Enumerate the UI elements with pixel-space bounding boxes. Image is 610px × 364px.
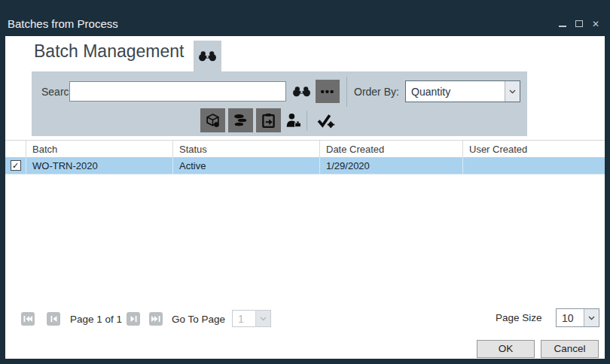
- order-by-label: Order By:: [354, 86, 399, 98]
- tab-search[interactable]: [194, 41, 221, 71]
- next-page-button[interactable]: [127, 312, 140, 326]
- first-page-button[interactable]: [21, 312, 35, 326]
- user-assign-button[interactable]: [282, 109, 304, 132]
- check-icon: ✓: [12, 162, 19, 170]
- close-button[interactable]: ✕: [592, 20, 599, 29]
- title-bar: Batches from Process ✕: [0, 0, 610, 36]
- approve-settings-button[interactable]: [313, 109, 337, 132]
- page-size-select[interactable]: 10: [556, 308, 599, 327]
- previous-page-icon: [50, 315, 57, 323]
- row-checkbox-cell: ✓: [5, 157, 26, 174]
- cancel-button[interactable]: Cancel: [541, 340, 599, 358]
- page-size-label: Page Size: [496, 312, 542, 323]
- page-indicator: Page 1 of 1: [70, 314, 122, 325]
- column-header-user-created[interactable]: User Created: [463, 141, 605, 157]
- ellipsis-icon: •••: [321, 85, 335, 98]
- order-by-value: Quantity: [406, 86, 505, 98]
- go-to-page-value: 1: [233, 313, 255, 325]
- last-page-button[interactable]: [149, 312, 163, 326]
- column-header-date-created[interactable]: Date Created: [320, 141, 463, 157]
- order-by-select[interactable]: Quantity: [405, 80, 520, 102]
- header-checkbox-column: [5, 141, 26, 157]
- cell-user-created: [463, 157, 605, 174]
- dialog-window: Batches from Process ✕ Batch Management …: [0, 0, 610, 364]
- work-order-button[interactable]: [256, 108, 281, 132]
- chevron-down-icon: [255, 311, 270, 326]
- ok-button[interactable]: OK: [477, 340, 535, 358]
- page-title: Batch Management: [34, 41, 184, 62]
- cube-gear-icon: [205, 113, 221, 129]
- search-input[interactable]: [69, 81, 286, 102]
- maximize-icon: [575, 20, 583, 27]
- chevron-down-icon[interactable]: [584, 309, 599, 326]
- cell-status: Active: [173, 157, 320, 174]
- go-to-page-select[interactable]: 1: [232, 310, 271, 327]
- column-header-batch[interactable]: Batch: [26, 141, 173, 157]
- minimize-button[interactable]: [559, 20, 566, 29]
- item-cube-button[interactable]: [200, 108, 225, 132]
- toolbar-divider: [346, 77, 347, 107]
- clipboard-arrow-icon: [261, 113, 276, 129]
- search-go-button[interactable]: [291, 83, 312, 99]
- window-controls: ✕: [559, 19, 599, 29]
- toolbar-divider: [307, 111, 307, 131]
- last-page-icon: [151, 315, 160, 323]
- minimize-icon: [559, 22, 566, 27]
- table-header: Batch Status Date Created User Created: [5, 140, 605, 157]
- go-to-page-label: Go To Page: [172, 314, 225, 325]
- binoculars-icon: [198, 50, 217, 62]
- person-briefcase-icon: [285, 113, 302, 129]
- next-page-icon: [130, 315, 137, 323]
- previous-page-button[interactable]: [47, 312, 60, 326]
- chevron-down-icon[interactable]: [505, 81, 520, 102]
- cell-date-created: 1/29/2020: [320, 157, 463, 174]
- window-title: Batches from Process: [8, 17, 118, 30]
- cell-batch: WO-TRN-2020: [26, 157, 173, 174]
- maximize-button[interactable]: [575, 20, 583, 29]
- first-page-icon: [23, 315, 32, 323]
- coins-stack-icon: [233, 113, 249, 129]
- page-size-value: 10: [557, 312, 584, 324]
- more-options-button[interactable]: •••: [316, 80, 340, 103]
- inventory-coins-button[interactable]: [228, 108, 253, 132]
- row-checkbox[interactable]: ✓: [11, 160, 21, 171]
- dialog-content: Batch Management Search:: [5, 36, 605, 359]
- column-header-status[interactable]: Status: [173, 141, 320, 157]
- toolbar-panel: Search: ••• Order By: Quantity: [32, 71, 527, 136]
- binoculars-icon: [292, 86, 311, 97]
- table-row[interactable]: ✓ WO-TRN-2020 Active 1/29/2020: [5, 157, 605, 174]
- check-gear-icon: [316, 113, 335, 129]
